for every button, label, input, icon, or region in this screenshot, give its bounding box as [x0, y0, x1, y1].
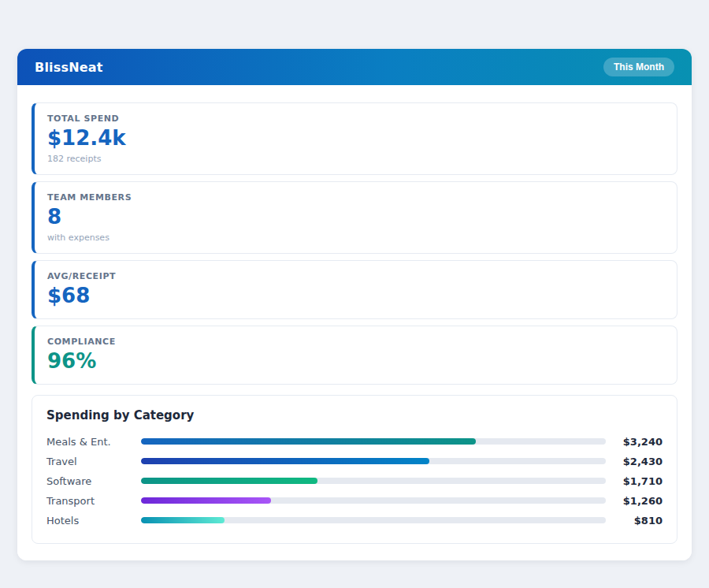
category-label: Hotels: [46, 515, 141, 527]
category-rows: Meals & Ent. $3,240 Travel $2,430 Softwa…: [46, 432, 663, 530]
stat-card: TEAM MEMBERS 8 with expenses: [32, 181, 677, 254]
stat-value: 8: [47, 206, 664, 229]
app-title: BlissNeat: [35, 60, 103, 75]
stat-value: 96%: [47, 350, 664, 374]
bar-fill: [141, 517, 225, 523]
category-value: $2,430: [606, 456, 663, 467]
bar-fill: [141, 458, 429, 464]
category-row: Software $1,710: [46, 471, 663, 491]
spending-title: Spending by Category: [46, 408, 663, 422]
stat-value: $68: [47, 285, 664, 308]
period-badge[interactable]: This Month: [603, 58, 674, 76]
stat-card: AVG/RECEIPT $68: [32, 260, 677, 319]
stat-label: TOTAL SPEND: [47, 114, 664, 124]
category-label: Software: [46, 475, 141, 487]
stat-label: AVG/RECEIPT: [47, 271, 664, 281]
stat-value: $12.4k: [47, 127, 664, 151]
category-row: Transport $1,260: [46, 491, 663, 511]
bar-track: [141, 438, 606, 445]
stat-card: COMPLIANCE 96%: [32, 326, 677, 385]
spending-by-category-card: Spending by Category Meals & Ent. $3,240…: [32, 395, 677, 544]
bar-fill: [141, 438, 476, 445]
bar-track: [141, 458, 606, 464]
category-label: Meals & Ent.: [46, 436, 141, 448]
category-value: $1,260: [606, 495, 663, 507]
bar-track: [141, 517, 606, 523]
bar-fill: [141, 478, 317, 484]
dashboard-card: BlissNeat This Month TOTAL SPEND $12.4k …: [17, 49, 692, 560]
app-header: BlissNeat This Month: [17, 49, 692, 85]
category-row: Meals & Ent. $3,240: [46, 432, 663, 452]
category-value: $3,240: [606, 436, 663, 448]
stat-sub: with expenses: [47, 233, 664, 243]
category-label: Transport: [46, 495, 141, 507]
bar-track: [141, 497, 606, 504]
stat-label: TEAM MEMBERS: [47, 192, 664, 203]
stat-card: TOTAL SPEND $12.4k 182 receipts: [32, 102, 677, 175]
bar-fill: [141, 497, 271, 504]
category-row: Hotels $810: [46, 511, 663, 530]
stat-label: COMPLIANCE: [47, 337, 664, 347]
category-label: Travel: [46, 456, 141, 467]
bar-track: [141, 478, 606, 484]
stat-sub: 182 receipts: [47, 154, 664, 164]
dashboard-body: TOTAL SPEND $12.4k 182 receipts TEAM MEM…: [17, 85, 692, 560]
category-value: $810: [606, 515, 663, 527]
stats-list: TOTAL SPEND $12.4k 182 receipts TEAM MEM…: [32, 102, 677, 385]
category-row: Travel $2,430: [46, 452, 663, 471]
category-value: $1,710: [606, 475, 663, 487]
